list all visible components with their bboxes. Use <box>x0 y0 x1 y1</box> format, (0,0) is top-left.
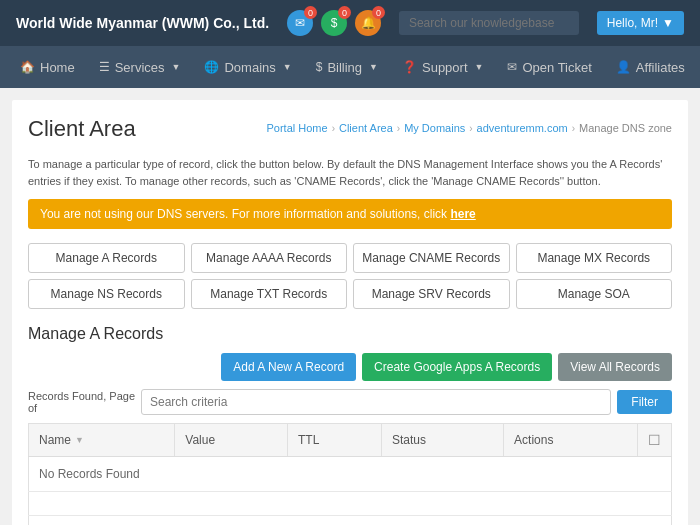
billing-arrow: ▼ <box>369 62 378 72</box>
empty-row-1 <box>29 492 672 516</box>
nav-home[interactable]: 🏠 Home <box>8 46 87 88</box>
nav-services[interactable]: ☰ Services ▼ <box>87 46 193 88</box>
nav-home-label: Home <box>40 60 75 75</box>
support-icon: ❓ <box>402 60 417 74</box>
breadcrumb: Portal Home › Client Area › My Domains ›… <box>267 122 673 134</box>
view-all-records-button[interactable]: View All Records <box>558 353 672 381</box>
filter-button[interactable]: Filter <box>617 390 672 414</box>
action-bar: Add A New A Record Create Google Apps A … <box>28 353 672 381</box>
header-icons: ✉ 0 $ 0 🔔 0 <box>287 10 381 36</box>
hello-button[interactable]: Hello, Mr! ▼ <box>597 11 684 35</box>
email-badge: 0 <box>304 6 317 19</box>
nav-ticket-label: Open Ticket <box>522 60 591 75</box>
ttl-col-label: TTL <box>298 433 319 447</box>
dns-table: Name ▼ Value TTL Status Actions ☐ No Rec… <box>28 423 672 525</box>
status-col-label: Status <box>392 433 426 447</box>
breadcrumb-domain[interactable]: adventuremm.com <box>477 122 568 134</box>
col-ttl: TTL <box>288 424 382 457</box>
btn-manage-txt-records[interactable]: Manage TXT Records <box>191 279 348 309</box>
col-status: Status <box>381 424 503 457</box>
billing-icon: $ <box>316 60 323 74</box>
nav-affiliates-label: Affiliates <box>636 60 685 75</box>
nav-domains[interactable]: 🌐 Domains ▼ <box>192 46 303 88</box>
actions-col-label: Actions <box>514 433 553 447</box>
hello-label: Hello, Mr! <box>607 16 658 30</box>
nav-support-label: Support <box>422 60 468 75</box>
breadcrumb-sep-3: › <box>469 123 472 134</box>
services-icon: ☰ <box>99 60 110 74</box>
breadcrumb-sep-1: › <box>332 123 335 134</box>
col-value: Value <box>175 424 288 457</box>
btn-manage-mx-records[interactable]: Manage MX Records <box>516 243 673 273</box>
dollar-icon-badge[interactable]: $ 0 <box>321 10 347 36</box>
nav-open-ticket[interactable]: ✉ Open Ticket <box>495 46 603 88</box>
no-records-cell: No Records Found <box>29 457 672 492</box>
nav-services-label: Services <box>115 60 165 75</box>
home-icon: 🏠 <box>20 60 35 74</box>
btn-manage-aaaa-records[interactable]: Manage AAAA Records <box>191 243 348 273</box>
breadcrumb-client-area[interactable]: Client Area <box>339 122 393 134</box>
search-input[interactable] <box>399 11 579 35</box>
search-row: Records Found, Pageof Filter <box>28 389 672 415</box>
domains-icon: 🌐 <box>204 60 219 74</box>
ticket-icon: ✉ <box>507 60 517 74</box>
checkbox-icon[interactable]: ☐ <box>648 432 661 448</box>
breadcrumb-current: Manage DNS zone <box>579 122 672 134</box>
brand-name: World Wide Myanmar (WWM) Co., Ltd. <box>16 15 269 31</box>
manage-a-records-title: Manage A Records <box>28 325 672 343</box>
record-buttons-grid: Manage A Records Manage AAAA Records Man… <box>28 243 672 309</box>
page-header: Client Area Portal Home › Client Area › … <box>28 116 672 142</box>
create-google-apps-button[interactable]: Create Google Apps A Records <box>362 353 552 381</box>
dollar-badge: 0 <box>338 6 351 19</box>
btn-manage-a-records[interactable]: Manage A Records <box>28 243 185 273</box>
nav-domains-label: Domains <box>224 60 275 75</box>
empty-row-2 <box>29 516 672 526</box>
info-text: To manage a particular type of record, c… <box>28 156 672 189</box>
col-checkbox: ☐ <box>638 424 672 457</box>
services-arrow: ▼ <box>172 62 181 72</box>
btn-manage-srv-records[interactable]: Manage SRV Records <box>353 279 510 309</box>
top-header: World Wide Myanmar (WWM) Co., Ltd. ✉ 0 $… <box>0 0 700 46</box>
nav-bar: 🏠 Home ☰ Services ▼ 🌐 Domains ▼ $ Billin… <box>0 46 700 88</box>
breadcrumb-sep-4: › <box>572 123 575 134</box>
support-arrow: ▼ <box>475 62 484 72</box>
breadcrumb-portal-home[interactable]: Portal Home <box>267 122 328 134</box>
warning-banner: You are not using our DNS servers. For m… <box>28 199 672 229</box>
main-content: Client Area Portal Home › Client Area › … <box>12 100 688 525</box>
no-records-row: No Records Found <box>29 457 672 492</box>
nav-affiliates[interactable]: 👤 Affiliates <box>604 46 697 88</box>
breadcrumb-sep-2: › <box>397 123 400 134</box>
btn-manage-soa[interactable]: Manage SOA <box>516 279 673 309</box>
value-col-label: Value <box>185 433 215 447</box>
nav-billing[interactable]: $ Billing ▼ <box>304 46 390 88</box>
name-sort-icon[interactable]: ▼ <box>75 435 84 445</box>
warning-text: You are not using our DNS servers. For m… <box>40 207 450 221</box>
domains-arrow: ▼ <box>283 62 292 72</box>
search-criteria-input[interactable] <box>141 389 611 415</box>
btn-manage-ns-records[interactable]: Manage NS Records <box>28 279 185 309</box>
page-title: Client Area <box>28 116 136 142</box>
nav-billing-label: Billing <box>327 60 362 75</box>
col-name: Name ▼ <box>29 424 175 457</box>
affiliates-icon: 👤 <box>616 60 631 74</box>
bell-icon-badge[interactable]: 🔔 0 <box>355 10 381 36</box>
col-actions: Actions <box>504 424 638 457</box>
nav-support[interactable]: ❓ Support ▼ <box>390 46 495 88</box>
name-col-label: Name <box>39 433 71 447</box>
email-icon-badge[interactable]: ✉ 0 <box>287 10 313 36</box>
hello-arrow: ▼ <box>662 16 674 30</box>
records-info: Records Found, Pageof <box>28 390 135 414</box>
breadcrumb-my-domains[interactable]: My Domains <box>404 122 465 134</box>
add-new-a-record-button[interactable]: Add A New A Record <box>221 353 356 381</box>
warning-link[interactable]: here <box>450 207 475 221</box>
btn-manage-cname-records[interactable]: Manage CNAME Records <box>353 243 510 273</box>
bell-badge: 0 <box>372 6 385 19</box>
